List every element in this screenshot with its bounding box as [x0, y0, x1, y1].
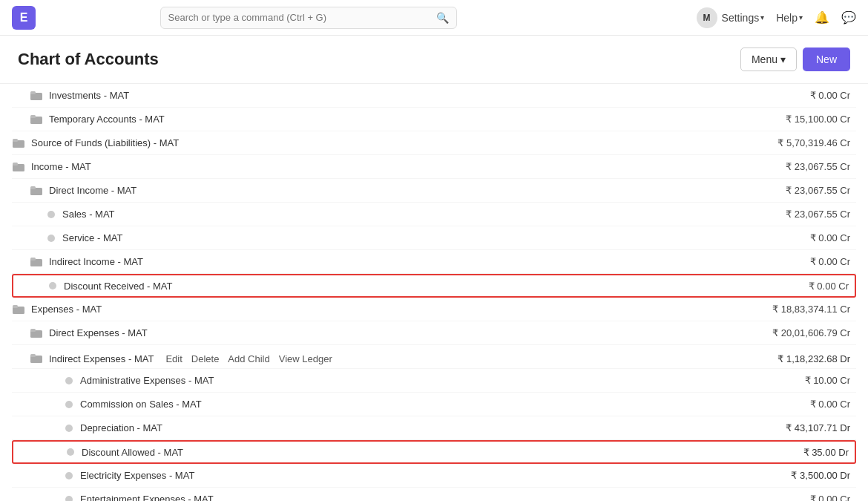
- folder-icon: [30, 91, 43, 101]
- settings-link[interactable]: Settings ▾: [722, 12, 765, 24]
- tree-left: Indirect Income - MAT: [12, 256, 143, 267]
- leaf-dot-icon: [49, 282, 56, 289]
- notification-icon[interactable]: 🔔: [815, 10, 829, 24]
- list-item[interactable]: Administrative Expenses - MAT ₹ 10.00 Cr: [12, 369, 856, 393]
- leaf-dot-icon: [65, 496, 73, 502]
- tree-left: Expenses - MAT: [12, 304, 102, 315]
- item-label: Discount Allowed - MAT: [82, 447, 183, 458]
- list-item[interactable]: Source of Funds (Liabilities) - MAT ₹ 5,…: [12, 131, 856, 155]
- item-amount: ₹ 18,83,374.11 Cr: [772, 304, 856, 315]
- tree-container: Investments - MAT ₹ 0.00 Cr Temporary Ac…: [0, 83, 868, 501]
- new-button[interactable]: New: [803, 48, 850, 71]
- page-header: Chart of Accounts Menu ▾ New: [0, 36, 868, 83]
- item-amount: ₹ 10.00 Cr: [805, 375, 856, 386]
- tree-left: Entertainment Expenses - MAT: [12, 494, 214, 501]
- folder-icon: [12, 138, 25, 148]
- list-item-discount-received[interactable]: Discount Received - MAT ₹ 0.00 Cr: [12, 274, 856, 298]
- tree-left: Direct Expenses - MAT: [12, 327, 148, 338]
- help-link[interactable]: Help ▾: [776, 12, 803, 24]
- page-title: Chart of Accounts: [18, 50, 159, 69]
- folder-icon: [30, 353, 43, 364]
- navbar: E 🔍 M Settings ▾ Help ▾ 🔔 💬: [0, 0, 868, 36]
- svg-rect-3: [30, 115, 36, 118]
- list-item[interactable]: Service - MAT ₹ 0.00 Cr: [12, 226, 856, 250]
- leaf-dot-icon: [67, 448, 74, 456]
- tree-left: Depreciation - MAT: [12, 422, 162, 433]
- item-amount: ₹ 5,70,319.46 Cr: [777, 137, 856, 148]
- list-item[interactable]: Electricity Expenses - MAT ₹ 3,500.00 Dr: [12, 464, 856, 488]
- folder-icon: [12, 304, 25, 315]
- tree-left: Administrative Expenses - MAT: [12, 375, 214, 386]
- item-label: Source of Funds (Liabilities) - MAT: [31, 137, 179, 148]
- list-item[interactable]: Income - MAT ₹ 23,067.55 Cr: [12, 155, 856, 179]
- leaf-dot-icon: [47, 235, 55, 242]
- tree-left: Direct Income - MAT: [12, 185, 137, 196]
- tree-left: Source of Funds (Liabilities) - MAT: [12, 137, 179, 148]
- app-icon: E: [12, 6, 36, 30]
- item-label: Indirect Expenses - MAT: [49, 353, 154, 364]
- item-amount: ₹ 0.00 Cr: [810, 90, 856, 101]
- item-amount: ₹ 20,01,606.79 Cr: [772, 327, 856, 338]
- svg-rect-13: [13, 305, 18, 308]
- item-amount: ₹ 23,067.55 Cr: [786, 161, 856, 172]
- item-label: Investments - MAT: [49, 90, 129, 101]
- item-amount: ₹ 43,107.71 Dr: [786, 422, 856, 433]
- item-amount: ₹ 0.00 Cr: [809, 281, 855, 292]
- list-item[interactable]: Temporary Accounts - MAT ₹ 15,100.00 Cr: [12, 108, 856, 131]
- item-label: Service - MAT: [62, 232, 122, 243]
- help-caret: ▾: [799, 13, 803, 22]
- list-item[interactable]: Commission on Sales - MAT ₹ 0.00 Cr: [12, 393, 856, 416]
- settings-caret: ▾: [760, 13, 764, 22]
- leaf-dot-icon: [65, 425, 73, 432]
- search-input[interactable]: [168, 12, 432, 23]
- leaf-dot-icon: [65, 472, 73, 479]
- list-item[interactable]: Direct Income - MAT ₹ 23,067.55 Cr: [12, 179, 856, 203]
- item-amount: ₹ 0.00 Cr: [810, 494, 856, 501]
- folder-icon: [30, 257, 43, 267]
- item-label: Income - MAT: [31, 161, 91, 172]
- nav-right: M Settings ▾ Help ▾ 🔔 💬: [697, 7, 856, 28]
- leaf-dot-icon: [65, 377, 73, 384]
- svg-rect-17: [30, 354, 36, 357]
- list-item[interactable]: Depreciation - MAT ₹ 43,107.71 Dr: [12, 416, 856, 440]
- delete-button[interactable]: Delete: [191, 353, 220, 364]
- add-child-button[interactable]: Add Child: [228, 353, 269, 364]
- list-item[interactable]: Sales - MAT ₹ 23,067.55 Cr: [12, 203, 856, 226]
- item-label: Commission on Sales - MAT: [80, 399, 202, 410]
- item-label: Direct Income - MAT: [49, 185, 137, 196]
- tree-left: Sales - MAT: [12, 209, 115, 220]
- item-label: Expenses - MAT: [31, 304, 102, 315]
- item-amount: ₹ 1,18,232.68 Dr: [777, 353, 856, 364]
- list-item[interactable]: Expenses - MAT ₹ 18,83,374.11 Cr: [12, 298, 856, 321]
- svg-rect-11: [30, 258, 36, 261]
- list-item[interactable]: Investments - MAT ₹ 0.00 Cr: [12, 84, 856, 108]
- list-item-indirect-expenses[interactable]: Indirect Expenses - MAT Edit Delete Add …: [12, 345, 856, 369]
- item-amount: ₹ 15,100.00 Cr: [786, 114, 856, 125]
- tree-left: Temporary Accounts - MAT: [12, 114, 165, 125]
- item-label: Indirect Income - MAT: [49, 256, 143, 267]
- folder-icon: [30, 328, 43, 338]
- item-amount: ₹ 3,500.00 Dr: [791, 470, 856, 481]
- list-item[interactable]: Indirect Income - MAT ₹ 0.00 Cr: [12, 250, 856, 274]
- view-ledger-button[interactable]: View Ledger: [279, 353, 332, 364]
- item-label: Temporary Accounts - MAT: [49, 114, 165, 125]
- item-label: Electricity Expenses - MAT: [80, 470, 194, 481]
- tree-left: Indirect Expenses - MAT Edit Delete Add …: [12, 353, 777, 364]
- folder-icon: [30, 114, 43, 125]
- item-label: Depreciation - MAT: [80, 422, 162, 433]
- chat-icon[interactable]: 💬: [841, 10, 856, 24]
- context-menu: Edit Delete Add Child View Ledger: [165, 353, 332, 364]
- list-item[interactable]: Direct Expenses - MAT ₹ 20,01,606.79 Cr: [12, 321, 856, 345]
- list-item-discount-allowed[interactable]: Discount Allowed - MAT ₹ 35.00 Dr: [12, 440, 856, 464]
- menu-button[interactable]: Menu ▾: [740, 48, 797, 71]
- tree-left: Income - MAT: [12, 161, 91, 172]
- list-item[interactable]: Entertainment Expenses - MAT ₹ 0.00 Cr: [12, 488, 856, 501]
- tree-left: Discount Allowed - MAT: [13, 447, 183, 458]
- search-bar[interactable]: 🔍: [160, 7, 457, 29]
- item-amount: ₹ 0.00 Cr: [810, 256, 856, 267]
- item-amount: ₹ 23,067.55 Cr: [786, 209, 856, 220]
- tree-left: Discount Received - MAT: [13, 281, 172, 292]
- item-label: Entertainment Expenses - MAT: [80, 494, 214, 501]
- menu-caret: ▾: [780, 53, 786, 65]
- edit-button[interactable]: Edit: [165, 353, 182, 364]
